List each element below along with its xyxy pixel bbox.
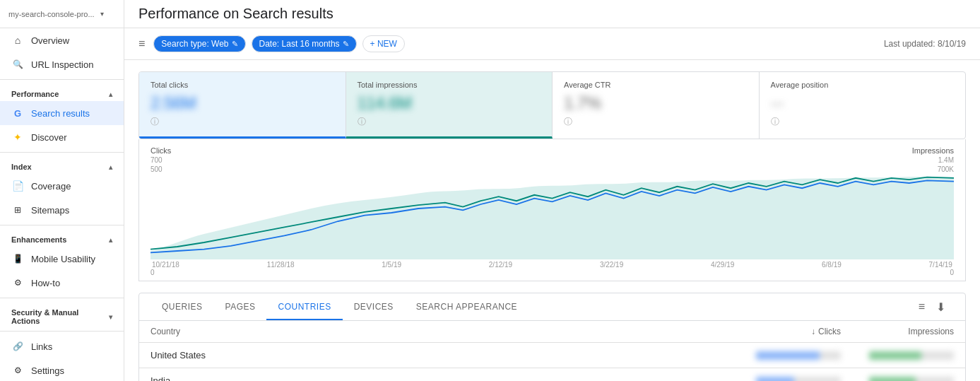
sidebar-item-label: Mobile Usability xyxy=(31,254,95,264)
sidebar-item-coverage[interactable]: 📄 Coverage xyxy=(0,174,124,198)
sidebar-item-label: Discover xyxy=(31,132,67,143)
y-right-zero: 0 xyxy=(950,269,954,276)
sidebar-item-label: Search results xyxy=(31,108,90,119)
collapse-icon[interactable]: ▴ xyxy=(109,236,112,244)
x-label: 6/8/19 xyxy=(822,261,842,269)
section-security: Security & Manual Actions ▾ xyxy=(0,301,124,328)
filter-rows-icon[interactable]: ≡ xyxy=(916,298,928,316)
sidebar-item-search-results[interactable]: G Search results xyxy=(0,101,124,125)
date-range-chip[interactable]: Date: Last 16 months ✎ xyxy=(252,35,357,52)
toolbar: ≡ Search type: Web ✎ Date: Last 16 month… xyxy=(124,28,980,60)
stat-label: Total clicks xyxy=(150,81,334,89)
search-type-chip[interactable]: Search type: Web ✎ xyxy=(153,35,245,52)
row-country: India xyxy=(150,375,728,381)
add-new-button[interactable]: + NEW xyxy=(362,35,405,52)
sidebar-item-label: Overview xyxy=(31,35,69,46)
section-performance: Performance ▴ xyxy=(0,83,124,101)
x-label: 4/29/19 xyxy=(711,261,734,269)
collapse-icon[interactable]: ▴ xyxy=(109,163,112,171)
chart-right-label: Impressions xyxy=(912,146,954,155)
sidebar-chevron-icon[interactable]: ▾ xyxy=(100,10,104,18)
section-enhancements: Enhancements ▴ xyxy=(0,228,124,247)
main-content: Performance on Search results ≡ Search t… xyxy=(124,0,980,381)
sidebar-item-url-inspection[interactable]: 🔍 URL Inspection xyxy=(0,52,124,76)
sidebar-item-how-to[interactable]: ⚙ How-to xyxy=(0,271,124,295)
y-right-mid: 700K xyxy=(938,165,954,173)
sidebar-item-label: URL Inspection xyxy=(31,59,93,70)
tab-queries[interactable]: QUERIES xyxy=(150,293,214,320)
x-label: 11/28/18 xyxy=(267,261,295,269)
x-label: 10/21/18 xyxy=(152,261,179,269)
google-icon: G xyxy=(11,107,24,119)
info-icon[interactable]: ⓘ xyxy=(150,116,334,128)
sort-down-icon: ↓ xyxy=(811,327,815,336)
stat-total-clicks[interactable]: Total clicks 2.56M ⓘ xyxy=(139,72,346,139)
tab-countries[interactable]: COUNTRIES xyxy=(266,293,342,320)
sidebar-item-discover[interactable]: ✦ Discover xyxy=(0,125,124,149)
tab-devices[interactable]: DEVICES xyxy=(343,293,405,320)
row-clicks-bar xyxy=(728,377,841,382)
info-icon[interactable]: ⓘ xyxy=(358,116,541,128)
section-index: Index ▴ xyxy=(0,156,124,174)
info-icon[interactable]: ⓘ xyxy=(564,116,748,128)
sidebar-item-links[interactable]: 🔗 Links xyxy=(0,334,124,358)
collapse-icon[interactable]: ▾ xyxy=(109,313,112,321)
col-header-clicks[interactable]: ↓ Clicks xyxy=(728,327,841,336)
page-header: Performance on Search results xyxy=(124,0,980,28)
x-label: 1/5/19 xyxy=(382,261,401,269)
y-right-max: 1.4M xyxy=(938,156,954,164)
stat-value: 2.56M xyxy=(150,93,334,113)
sidebar-item-label: Settings xyxy=(31,365,64,376)
tab-search-appearance[interactable]: SEARCH APPEARANCE xyxy=(405,293,529,320)
table-header: Country ↓ Clicks Impressions xyxy=(139,321,965,343)
stat-value: 114.6M xyxy=(358,93,541,113)
collapse-icon[interactable]: ▴ xyxy=(109,90,112,98)
download-icon[interactable]: ⬇ xyxy=(933,298,948,317)
row-clicks-bar xyxy=(728,351,841,360)
edit-icon: ✎ xyxy=(343,40,349,49)
sidebar-item-overview[interactable]: ⌂ Overview xyxy=(0,28,124,52)
stat-value: 1.7% xyxy=(564,93,748,113)
stat-label: Average position xyxy=(771,81,955,89)
x-label: 7/14/19 xyxy=(929,261,952,269)
discover-icon: ✦ xyxy=(11,131,24,143)
y-left-max: 700 xyxy=(150,156,163,164)
mobile-icon: 📱 xyxy=(11,252,24,265)
x-label: 3/22/19 xyxy=(600,261,623,269)
date-range-label: Date: Last 16 months xyxy=(259,39,340,49)
x-label: 2/12/19 xyxy=(489,261,512,269)
y-left-mid: 500 xyxy=(150,165,163,173)
stat-label: Total impressions xyxy=(358,81,541,89)
howto-icon: ⚙ xyxy=(11,276,24,289)
sidebar-item-settings[interactable]: ⚙ Settings xyxy=(0,358,124,381)
sidebar-header[interactable]: my-search-console-pro... ▾ xyxy=(0,0,124,28)
chart-area xyxy=(150,175,954,259)
chart-container: Clicks Impressions 700 1.4M 500 700K 10/… xyxy=(138,139,966,281)
edit-icon: ✎ xyxy=(232,40,238,49)
sidebar-item-sitemaps[interactable]: ⊞ Sitemaps xyxy=(0,198,124,222)
settings-icon: ⚙ xyxy=(11,364,24,377)
sitemaps-icon: ⊞ xyxy=(11,204,24,216)
col-header-impressions: Impressions xyxy=(841,327,954,336)
table-row[interactable]: India xyxy=(139,368,965,381)
row-country: United States xyxy=(150,350,728,361)
row-impressions-bar xyxy=(841,351,954,360)
sidebar: my-search-console-pro... ▾ ⌂ Overview 🔍 … xyxy=(0,0,124,381)
stat-average-ctr[interactable]: Average CTR 1.7% ⓘ xyxy=(553,72,760,139)
last-updated: Last updated: 8/10/19 xyxy=(884,39,966,49)
info-icon[interactable]: ⓘ xyxy=(771,116,955,128)
stat-average-position[interactable]: Average position ··· ⓘ xyxy=(760,72,966,139)
table-row[interactable]: United States xyxy=(139,343,965,368)
stat-total-impressions[interactable]: Total impressions 114.6M ⓘ xyxy=(346,72,553,139)
stat-value: ··· xyxy=(771,93,955,113)
search-icon: 🔍 xyxy=(11,58,24,71)
coverage-icon: 📄 xyxy=(11,180,24,192)
links-icon: 🔗 xyxy=(11,340,24,353)
tab-pages[interactable]: PAGES xyxy=(214,293,267,320)
filter-icon[interactable]: ≡ xyxy=(138,37,145,50)
sidebar-item-label: Coverage xyxy=(31,181,71,192)
sidebar-item-mobile-usability[interactable]: 📱 Mobile Usability xyxy=(0,247,124,271)
sidebar-domain: my-search-console-pro... xyxy=(8,10,95,18)
sidebar-item-label: Sitemaps xyxy=(31,205,69,216)
col-header-country: Country xyxy=(150,327,728,336)
